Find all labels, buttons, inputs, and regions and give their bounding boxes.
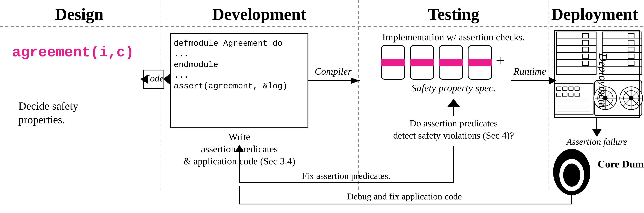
diagram-container: Design Development Testing Deployment ag… (0, 0, 644, 213)
svg-rect-7 (575, 87, 579, 91)
code-line1: defmodule Agreement do (174, 39, 282, 48)
server-rack-2 (602, 32, 642, 75)
rack-port-1 (582, 33, 588, 38)
do-assertion-line2: detect safety violations (Sec 4)? (393, 130, 514, 141)
svg-line-28 (624, 91, 639, 106)
phase-dev-label: Development (212, 5, 306, 23)
runtime-label: Runtime (513, 66, 546, 77)
test-card-1-stripe (381, 59, 405, 66)
svg-rect-8 (556, 93, 561, 97)
deployment-box (554, 30, 640, 117)
svg-rect-5 (562, 87, 567, 91)
write-assertion-line3: & application code (Sec 3.4) (184, 156, 295, 167)
core-dump-outer (554, 149, 590, 195)
rack-port-3 (582, 47, 588, 52)
core-dump-pit (563, 164, 580, 187)
formula-to-code-arrow (140, 75, 148, 84)
code-line2: ... (174, 49, 188, 59)
core-dump-inner (560, 159, 584, 191)
rack-port-4 (582, 54, 588, 59)
test-card-3-stripe (439, 59, 463, 66)
code-label-box (143, 70, 164, 88)
test-card-3 (439, 46, 463, 79)
svg-point-23 (624, 91, 639, 106)
phase-testing-label: Testing (428, 5, 479, 23)
assertion-failure-text: Assertion failure (566, 137, 627, 147)
rack2-port-1 (628, 33, 634, 38)
rack2-port-3 (628, 47, 634, 52)
plus-sign: + (496, 52, 504, 69)
testing-to-deploy-arrow (549, 77, 556, 84)
phase-deploy-label: Deployment (551, 5, 638, 23)
code-label-arrow (163, 73, 171, 85)
deployment-rotated-label: Deployment (597, 53, 610, 109)
svg-line-27 (624, 91, 639, 106)
code-box (171, 33, 308, 128)
debug-fix-label: Debug and fix application code. (347, 191, 464, 202)
code-line3: endmodule (174, 60, 218, 69)
code-label-text: Code (144, 73, 164, 83)
decide-safety-line2: properties. (18, 114, 65, 126)
deploy-to-failure-arrow (592, 129, 602, 137)
svg-rect-11 (575, 93, 579, 97)
code-line5: assert(agreement, &log) (174, 81, 288, 91)
rack2-port-2 (628, 40, 634, 45)
phase-design-label: Design (55, 5, 104, 23)
down-arrow-testing (448, 99, 460, 107)
decide-safety-line1: Decide safety (18, 100, 78, 112)
svg-rect-10 (569, 93, 573, 97)
rack-port-2 (582, 40, 588, 45)
impl-text: Implementation w/ assertion checks. (382, 32, 525, 42)
core-dump-text: Core Dump (Sec 5) (598, 158, 644, 170)
main-diagram-svg: Design Development Testing Deployment ag… (0, 0, 644, 213)
test-card-2-stripe (410, 59, 434, 66)
svg-rect-6 (569, 87, 573, 91)
compiler-label: Compiler (315, 66, 352, 77)
fix-assertion-label: Fix assertion predicates. (302, 171, 390, 181)
code-line4: ... (174, 71, 188, 80)
agreement-formula: agreement(i,c) (12, 44, 134, 61)
write-assertion-line1: Write (228, 131, 250, 142)
svg-line-21 (598, 91, 613, 106)
svg-line-22 (598, 91, 613, 106)
svg-point-18 (603, 96, 608, 100)
test-card-4 (468, 46, 492, 79)
rack2-port-5 (628, 61, 634, 65)
fix-assertion-arrowhead (235, 145, 244, 152)
do-assertion-line1: Do assertion predicates (410, 118, 498, 128)
server-rack-1 (556, 32, 596, 75)
test-card-4-stripe (468, 59, 492, 66)
safety-spec-text: Safety property spec. (412, 82, 496, 93)
svg-point-17 (598, 91, 613, 106)
test-card-1 (381, 46, 405, 79)
svg-rect-9 (562, 93, 567, 97)
gpu-fan-right (620, 87, 643, 110)
gpu-fan-left (594, 87, 617, 110)
write-assertion-line2: assertion predicates (201, 144, 278, 154)
test-card-2 (410, 46, 434, 79)
gpu-device (594, 81, 642, 116)
rack-port-5 (582, 61, 588, 65)
rack2-port-4 (628, 54, 634, 59)
connector-device (555, 84, 593, 114)
svg-rect-4 (556, 87, 561, 91)
svg-point-24 (629, 96, 634, 100)
